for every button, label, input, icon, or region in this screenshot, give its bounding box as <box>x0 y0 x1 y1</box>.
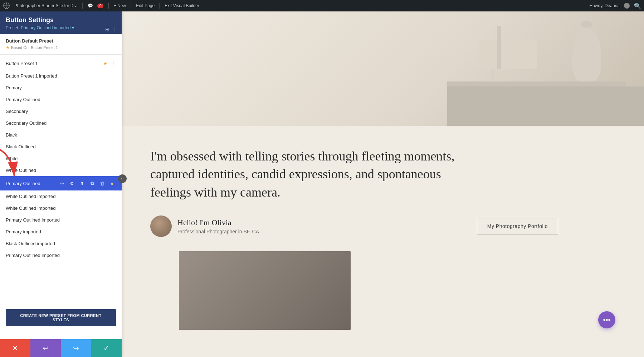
edit-preset-icon[interactable]: ✏ <box>58 179 66 187</box>
fab-icon: ••• <box>603 316 610 324</box>
undo-icon: ↩ <box>43 344 49 352</box>
site-name[interactable]: Photographer Starter Site for Divi <box>14 3 78 8</box>
based-on-text: Based On: Button Preset 1 <box>11 45 58 50</box>
active-preset-item[interactable]: Primary Outlined ✏ ⚙ ⬆ ⧉ 🗑 ★ <box>0 176 122 190</box>
separator4: | <box>159 3 160 9</box>
star-icon: ★ <box>6 45 10 50</box>
list-item[interactable]: Primary Outlined imported <box>0 249 122 261</box>
profile-info: Hello! I'm Olivia Professional Photograp… <box>177 218 259 234</box>
settings-preset-icon[interactable]: ⚙ <box>68 179 76 187</box>
profile-left: Hello! I'm Olivia Professional Photograp… <box>150 215 259 237</box>
profile-row: Hello! I'm Olivia Professional Photograp… <box>150 215 558 237</box>
new-link[interactable]: + New <box>114 3 126 8</box>
hero-image-inner <box>122 11 644 126</box>
vase-neck <box>581 21 592 28</box>
list-item[interactable]: White Outlined imported <box>0 190 122 202</box>
separator: | <box>82 3 83 9</box>
save-icon: ✓ <box>103 344 109 352</box>
preset-name: Button Preset 1 imported <box>6 73 57 79</box>
content-section: I'm obsessed with telling stories throug… <box>122 126 587 344</box>
bottom-bar: ✕ ↩ ↪ ✓ <box>0 339 122 357</box>
edit-page-link[interactable]: Edit Page <box>136 3 155 8</box>
list-item[interactable]: Primary Outlined imported <box>0 214 122 226</box>
preset-name: White Outlined <box>6 168 36 173</box>
panel-subtitle: Preset: Primary Outlined imported ▾ <box>6 25 116 30</box>
admin-bar: Photographer Starter Site for Divi | 💬 0… <box>0 0 644 11</box>
exit-builder-link[interactable]: Exit Visual Builder <box>165 3 199 8</box>
panel-title: Button Settings <box>6 16 116 24</box>
preset-name: Primary Outlined <box>6 97 40 102</box>
second-image-bg <box>179 251 351 330</box>
list-item[interactable]: Primary imported <box>0 226 122 238</box>
avatar <box>150 215 172 237</box>
preset-name: White Outlined imported <box>6 205 55 211</box>
list-item[interactable]: Primary <box>0 82 122 94</box>
resize-handle[interactable]: ↔ <box>118 174 127 183</box>
preset-label-text: Preset: <box>6 25 19 30</box>
default-preset-title: Button Default Preset <box>6 38 116 44</box>
favorite-icon[interactable]: ★ <box>103 61 107 66</box>
preset-name: Black Outlined <box>6 144 36 149</box>
close-icon: ✕ <box>12 344 18 352</box>
preset-name: Primary Outlined imported <box>6 217 60 223</box>
redo-button[interactable]: ↪ <box>61 339 91 357</box>
redo-icon: ↪ <box>73 344 79 352</box>
close-button[interactable]: ✕ <box>0 339 30 357</box>
duplicate-preset-icon[interactable]: ⧉ <box>88 179 96 187</box>
list-item[interactable]: Button Preset 1 ★ ⋮ <box>0 57 122 70</box>
star-preset-icon[interactable]: ★ <box>108 179 116 187</box>
profile-name: Hello! I'm Olivia <box>177 218 259 227</box>
preset-name: Black Outlined imported <box>6 241 55 246</box>
columns-icon[interactable]: ⊞ <box>105 26 109 32</box>
wordpress-logo[interactable] <box>3 2 10 9</box>
left-panel: Button Settings Preset: Primary Outlined… <box>0 11 122 357</box>
preset-name: Button Preset 1 <box>6 61 38 66</box>
preset-name: White Outlined imported <box>6 194 55 199</box>
list-item[interactable]: White Outlined <box>0 164 122 176</box>
list-item[interactable]: Primary Outlined <box>0 94 122 105</box>
more-options-icon[interactable]: ⋮ <box>110 60 116 67</box>
save-button[interactable]: ✓ <box>91 339 122 357</box>
portfolio-button[interactable]: My Photography Portfolio <box>477 218 558 234</box>
active-preset-name: Primary Outlined <box>6 181 40 186</box>
vase <box>572 28 601 81</box>
preset-selector[interactable]: Primary Outlined imported ▾ <box>21 25 74 30</box>
floating-action-button[interactable]: ••• <box>598 311 615 328</box>
howdy-text: Howdy, Deanna <box>590 3 620 8</box>
list-item[interactable]: Black Outlined imported <box>0 238 122 249</box>
default-preset-section: Button Default Preset ★ Based On: Button… <box>0 34 122 55</box>
list-item[interactable]: Secondary Outlined <box>0 117 122 129</box>
comment-count[interactable]: 0 <box>97 4 104 8</box>
create-preset-button[interactable]: CREATE NEW PRESET FROM CURRENT STYLES <box>6 309 116 326</box>
preset-name: Secondary <box>6 109 28 114</box>
delete-preset-icon[interactable]: 🗑 <box>98 179 106 187</box>
list-item[interactable]: White <box>0 153 122 164</box>
list-item[interactable]: White Outlined imported <box>0 202 122 214</box>
active-actions: ✏ ⚙ ⬆ ⧉ 🗑 ★ <box>58 179 116 187</box>
admin-bar-right: Howdy, Deanna 🔍 <box>590 3 641 9</box>
user-avatar <box>624 3 630 9</box>
search-icon[interactable]: 🔍 <box>634 3 641 9</box>
comment-icon: 💬 <box>88 3 93 8</box>
main-content: I'm obsessed with telling stories throug… <box>122 11 644 357</box>
avatar-image <box>150 215 172 237</box>
list-item[interactable]: Secondary <box>0 105 122 117</box>
preset-list: Button Preset 1 ★ ⋮ Button Preset 1 impo… <box>0 55 122 303</box>
hero-image <box>122 11 644 126</box>
preset-name: Black <box>6 132 17 138</box>
undo-button[interactable]: ↩ <box>30 339 61 357</box>
preset-name: Primary imported <box>6 229 41 234</box>
list-item[interactable]: Black Outlined <box>0 141 122 153</box>
more-icon[interactable]: ⋮ <box>112 26 117 32</box>
table-top <box>447 81 626 86</box>
export-preset-icon[interactable]: ⬆ <box>78 179 86 187</box>
separator2: | <box>108 3 109 9</box>
separator3: | <box>130 3 132 9</box>
chair-back <box>497 26 501 69</box>
chair-seat <box>479 40 537 69</box>
panel-header-icons: ⊞ ⋮ <box>105 26 117 32</box>
list-item[interactable]: Button Preset 1 imported <box>0 70 122 82</box>
panel-header: Button Settings Preset: Primary Outlined… <box>0 11 122 34</box>
preset-name: Primary <box>6 85 22 90</box>
list-item[interactable]: Black <box>0 129 122 141</box>
